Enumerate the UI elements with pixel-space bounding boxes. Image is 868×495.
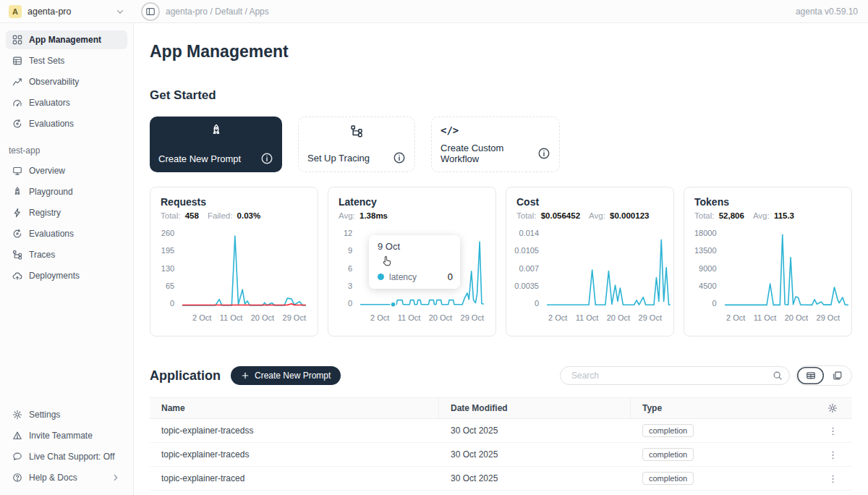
search-button[interactable] — [773, 371, 783, 381]
x-axis-label: 20 Oct — [251, 313, 274, 322]
chart-stat-value: 115.3 — [774, 211, 794, 220]
sidebar-item-live-chat-support[interactable]: Live Chat Support: Off — [6, 447, 127, 466]
card-label: Create Custom Workflow — [441, 143, 532, 164]
testsets-icon — [12, 56, 22, 66]
tooltip-value: 0 — [448, 271, 453, 282]
chart-stat-value: 52,806 — [719, 211, 744, 220]
chart-plot-area[interactable] — [723, 229, 850, 308]
table-view-button[interactable] — [797, 367, 824, 384]
sidebar-item-evaluators[interactable]: Evaluators — [6, 93, 127, 112]
y-axis-label: 4500 — [699, 282, 716, 290]
create-new-prompt-card[interactable]: Create New Prompt — [150, 117, 282, 172]
chart-plot-area[interactable] — [545, 229, 672, 308]
chart-plot-area[interactable] — [181, 229, 307, 308]
cell-date-modified: 30 Oct 2025 — [439, 473, 631, 483]
y-axis-label: 6 — [348, 265, 352, 273]
app-version: agenta v0.59.10 — [796, 7, 868, 17]
x-axis-label: 2 Oct — [370, 313, 389, 322]
gauge-icon — [12, 98, 22, 108]
table-settings-gear-icon[interactable] — [827, 403, 838, 413]
sidebar-item-registry[interactable]: Registry — [6, 203, 127, 222]
sidebar-item-label: Registry — [29, 208, 61, 218]
chart-stat: Avg: $0.000123 — [589, 211, 649, 220]
chart-y-axis: 0450090001350018000 — [694, 229, 723, 308]
y-axis-label: 0 — [348, 300, 352, 308]
table-row[interactable]: career-assessment27 Oct 2025completion⋮ — [150, 491, 852, 495]
chart-body: 0450090001350018000 — [694, 229, 841, 308]
monitor-icon — [12, 166, 22, 176]
table-header-row: Name Date Modified Type — [150, 397, 852, 419]
workspace-avatar: A — [9, 5, 22, 18]
get-started-title: Get Started — [150, 88, 852, 103]
search-icon — [773, 371, 783, 381]
y-axis-label: 195 — [161, 247, 174, 255]
chart-y-axis: 065130195260 — [161, 229, 181, 308]
chart-stat-value: 1.38ms — [359, 211, 388, 220]
code-icon: </> — [441, 124, 550, 136]
table-row[interactable]: topic-explainer-tracedss30 Oct 2025compl… — [150, 419, 852, 443]
search-input[interactable] — [570, 370, 773, 381]
chart-stat-value: $0.000123 — [610, 211, 649, 220]
row-menu-button[interactable]: ⋮ — [828, 473, 838, 484]
cycle-icon — [12, 229, 22, 239]
row-menu-button[interactable]: ⋮ — [828, 449, 838, 460]
sidebar-collapse-button[interactable] — [141, 2, 160, 21]
type-badge: completion — [642, 448, 694, 461]
x-axis-label: 20 Oct — [785, 313, 808, 322]
y-axis-label: 9000 — [699, 265, 716, 273]
tooltip-series-row: latency0 — [378, 271, 453, 282]
cell-type: completion — [631, 448, 801, 461]
chart-stat-value: 458 — [185, 211, 199, 220]
chart-stat: Total: $0.056452 — [516, 211, 580, 220]
sidebar-item-evaluations[interactable]: Evaluations — [6, 114, 127, 133]
chart-tooltip: 9 Octlatency0 — [369, 235, 460, 289]
info-icon[interactable] — [537, 147, 550, 160]
sidebar-item-traces[interactable]: Traces — [6, 245, 127, 264]
set-up-tracing-card[interactable]: Set Up Tracing — [298, 117, 415, 172]
create-new-prompt-button[interactable]: Create New Prompt — [231, 366, 341, 385]
card-view-button[interactable] — [824, 367, 851, 384]
sidebar-item-overview[interactable]: Overview — [6, 161, 127, 180]
cell-actions: ⋮ — [801, 449, 852, 460]
sidebar-item-invite-teammate[interactable]: Invite Teammate — [6, 426, 127, 445]
sidebar-item-test-sets[interactable]: Test Sets — [6, 51, 127, 70]
x-axis-label: 29 Oct — [283, 313, 306, 322]
sidebar-item-observability[interactable]: Observability — [6, 72, 127, 91]
chart-stat: Avg: 115.3 — [753, 211, 794, 220]
workspace-selector[interactable]: A agenta-pro — [0, 5, 134, 18]
header-date-modified: Date Modified — [439, 398, 631, 418]
applications-table: Name Date Modified Type topic-explainer-… — [150, 397, 852, 495]
tracing-icon — [307, 124, 406, 138]
sidebar-item-help-docs[interactable]: Help & Docs — [6, 468, 127, 487]
cell-actions: ⋮ — [801, 473, 852, 484]
y-axis-label: 130 — [161, 265, 174, 273]
chart-title: Cost — [516, 196, 663, 208]
table-row[interactable]: topic-explainer-traceds30 Oct 2025comple… — [150, 443, 852, 467]
view-toggle — [796, 365, 852, 386]
cell-date-modified: 30 Oct 2025 — [439, 449, 631, 460]
card-label: Set Up Tracing — [307, 153, 370, 164]
info-icon[interactable] — [393, 151, 406, 164]
sidebar-item-deployments[interactable]: Deployments — [6, 266, 127, 285]
sidebar-item-settings[interactable]: Settings — [6, 405, 127, 424]
sidebar-item-app-management[interactable]: App Management — [6, 30, 127, 49]
grid-icon — [12, 35, 22, 45]
y-axis-label: 9 — [348, 247, 352, 255]
breadcrumb: agenta-pro / Default / Apps — [166, 7, 269, 17]
tooltip-date: 9 Oct — [378, 241, 453, 252]
sidebar-item-evaluations[interactable]: Evaluations — [6, 224, 127, 243]
sidebar-item-label: Evaluators — [29, 98, 70, 108]
table-row[interactable]: topic-explainer-traced30 Oct 2025complet… — [150, 467, 852, 491]
x-axis-label: 2 Oct — [726, 313, 745, 322]
y-axis-label: 65 — [166, 282, 174, 290]
cell-name: topic-explainer-tracedss — [150, 426, 439, 436]
sidebar-item-label: Observability — [29, 77, 79, 87]
x-axis-label: 29 Oct — [817, 313, 840, 322]
sidebar-item-playground[interactable]: Playground — [6, 182, 127, 201]
y-axis-label: 13500 — [694, 247, 717, 255]
create-custom-workflow-card[interactable]: </> Create Custom Workflow — [431, 117, 560, 172]
row-menu-button[interactable]: ⋮ — [828, 426, 838, 436]
info-icon[interactable] — [260, 152, 273, 165]
observability-icon — [12, 77, 22, 87]
chart-y-axis: 036912 — [339, 229, 359, 308]
